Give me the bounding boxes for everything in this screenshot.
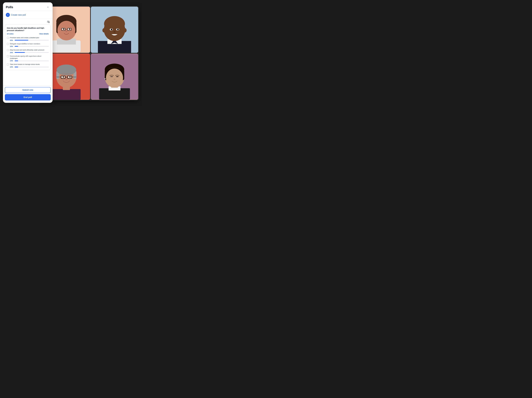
option-bar-row-3: 30% [7, 52, 49, 53]
scene: Polls × + Create new poll [3, 2, 139, 104]
poll-option-3: Stay focused and work efficiently under … [7, 49, 49, 53]
option-checkbox-2[interactable] [7, 43, 9, 45]
poll-option-1: Prioritize tasks and create a detailed p… [7, 37, 49, 41]
video-grid [42, 6, 139, 100]
poll-options: Prioritize tasks and create a detailed p… [7, 37, 49, 68]
option-checkbox-4[interactable] [7, 55, 9, 57]
svg-point-16 [65, 31, 67, 32]
option-bar-row-1: 40% [7, 39, 49, 41]
svg-rect-33 [52, 89, 81, 100]
poll-question: How do you handle tight deadlines and hi… [7, 27, 49, 32]
option-pct-5: 10% [10, 66, 14, 68]
svg-point-8 [57, 21, 75, 40]
video-cell-2 [91, 7, 138, 53]
option-bar-row-2: 10% [7, 45, 49, 47]
option-pct-2: 10% [10, 45, 14, 47]
bar-fill-1 [15, 40, 28, 41]
option-checkbox-5[interactable] [7, 64, 9, 65]
option-text-2: Delegate responsibilities to team member… [10, 43, 40, 45]
filter-icon[interactable] [47, 21, 50, 24]
option-checkbox-1[interactable] [7, 37, 9, 39]
svg-point-64 [49, 22, 49, 23]
bar-fill-2 [15, 46, 18, 47]
end-poll-button[interactable]: End poll [5, 94, 51, 100]
submit-vote-button[interactable]: Submit vote [5, 87, 51, 93]
bar-track-3 [15, 52, 49, 53]
option-text-5: Take short breaks to manage stress level… [10, 63, 40, 66]
panel-body: How do you handle tight deadlines and hi… [3, 19, 53, 86]
option-pct-4: 10% [10, 60, 14, 62]
polls-panel: Polls × + Create new poll [3, 2, 53, 103]
poll-meta: 10 votes View details [7, 33, 49, 35]
panel-title: Polls [6, 5, 13, 9]
option-text-4: Communicate openly with supervisors abou… [10, 55, 49, 60]
bar-track-5 [15, 67, 49, 67]
poll-option-4: Communicate openly with supervisors abou… [7, 55, 49, 62]
option-text-3: Stay focused and work efficiently under … [10, 49, 44, 51]
bar-track-4 [15, 61, 49, 61]
svg-point-60 [104, 78, 106, 79]
svg-point-29 [113, 31, 116, 33]
poll-option-2: Delegate responsibilities to team member… [7, 43, 49, 47]
svg-point-63 [48, 21, 48, 22]
svg-point-58 [111, 76, 113, 77]
bar-track-1 [15, 40, 49, 41]
plus-icon: + [6, 13, 10, 17]
poll-card: How do you handle tight deadlines and hi… [5, 25, 51, 70]
bar-fill-3 [15, 52, 25, 53]
close-button[interactable]: × [46, 5, 50, 9]
option-text-1: Prioritize tasks and create a detailed p… [10, 37, 39, 39]
panel-footer: Submit vote End poll [3, 86, 53, 103]
option-bar-row-5: 10% [7, 66, 49, 68]
panel-header: Polls × [3, 2, 53, 11]
svg-point-27 [111, 29, 112, 30]
svg-point-38 [57, 64, 76, 75]
svg-point-30 [102, 28, 106, 32]
svg-point-57 [106, 68, 123, 87]
bar-fill-4 [15, 61, 18, 61]
svg-point-41 [63, 76, 64, 78]
svg-point-11 [63, 28, 64, 30]
svg-point-59 [114, 79, 115, 80]
poll-option-5: Take short breaks to manage stress level… [7, 63, 49, 68]
option-pct-3: 30% [10, 52, 14, 53]
option-checkbox-3[interactable] [7, 49, 9, 51]
svg-point-28 [117, 29, 119, 30]
svg-point-42 [69, 76, 71, 78]
option-pct-1: 40% [10, 39, 14, 41]
svg-point-48 [65, 79, 67, 80]
votes-count: 10 votes [7, 33, 13, 35]
bar-fill-5 [15, 67, 18, 67]
option-bar-row-4: 10% [7, 60, 49, 62]
create-poll-label: Create new poll [11, 14, 26, 16]
view-details-link[interactable]: View details [39, 33, 49, 35]
bar-track-2 [15, 46, 49, 47]
svg-point-12 [69, 28, 70, 30]
svg-point-24 [104, 16, 125, 31]
video-cell-4 [91, 54, 138, 100]
create-poll-button[interactable]: + Create new poll [3, 11, 53, 19]
filter-row [5, 20, 51, 25]
svg-point-31 [123, 28, 127, 32]
